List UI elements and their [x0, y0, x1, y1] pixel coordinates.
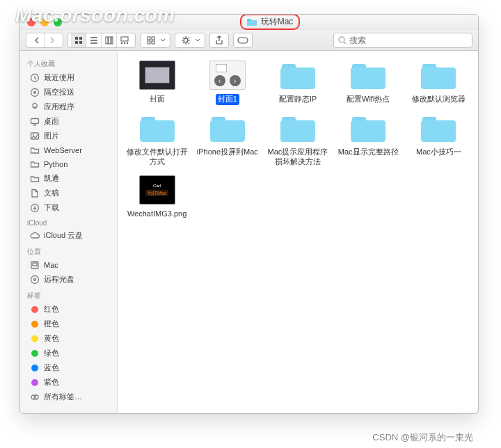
sidebar-item-label: 远程光盘	[44, 274, 74, 285]
file-item[interactable]: 封面	[123, 59, 191, 105]
chevron-down-icon	[160, 38, 166, 42]
group-icon	[147, 36, 155, 45]
tag-icon	[30, 350, 40, 357]
sidebar-item-label: 绿色	[44, 348, 59, 358]
svg-rect-8	[111, 37, 113, 44]
sidebar-item-[interactable]: 橙色	[20, 317, 117, 331]
folder-icon	[208, 112, 247, 144]
sidebar-item-[interactable]: 隔空投送	[20, 85, 117, 99]
sidebar-item-label: 橙色	[44, 319, 59, 329]
sidebar-item-[interactable]: 图片	[20, 129, 117, 143]
sidebar-item-label: iCloud 云盘	[44, 230, 83, 241]
sidebar-item-[interactable]: 应用程序	[20, 99, 117, 114]
sidebar-item-[interactable]: 下载	[20, 200, 117, 215]
svg-point-17	[184, 38, 188, 42]
sidebar-item-[interactable]: 绿色	[20, 346, 117, 360]
search-input[interactable]	[349, 35, 468, 45]
sidebar-item-[interactable]: 桌面	[20, 114, 117, 129]
sidebar-item-label: 图片	[44, 131, 59, 141]
traffic-lights	[20, 18, 62, 26]
sidebar-section-label: 标签	[20, 287, 117, 302]
file-item[interactable]: ‹›封面1	[193, 59, 261, 105]
search-field[interactable]	[333, 33, 472, 48]
sidebar-item-label: 下载	[44, 202, 59, 213]
cloud-icon	[30, 231, 40, 241]
sidebar-item-label: 隔空投送	[44, 87, 74, 97]
group-menu[interactable]	[140, 33, 170, 48]
chevron-right-icon	[49, 37, 55, 44]
tag-icon	[30, 365, 40, 371]
file-item[interactable]: Mac显示完整路径	[335, 112, 402, 168]
file-item[interactable]: 修改默认浏览器	[405, 59, 472, 105]
folder-icon	[419, 59, 458, 91]
folder-icon	[278, 59, 317, 91]
folder-icon	[30, 145, 40, 155]
file-content-area[interactable]: 封面‹›封面1配置静态IP配置Wifi热点修改默认浏览器修改文件默认打开方式iP…	[118, 51, 478, 413]
sidebar-item-label: 蓝色	[44, 362, 59, 373]
sidebar-item-[interactable]: 远程光盘	[20, 272, 117, 287]
disk-icon	[30, 260, 40, 270]
file-item[interactable]: iPhone投屏到Mac	[193, 112, 261, 168]
file-item[interactable]: 修改文件默认打开方式	[123, 112, 191, 168]
sidebar-item-webserver[interactable]: WebServer	[20, 143, 117, 157]
tags-button[interactable]	[233, 33, 253, 48]
file-label: 修改文件默认打开方式	[124, 147, 191, 168]
sidebar-item-[interactable]: 黄色	[20, 331, 117, 346]
file-item[interactable]: 配置Wifi热点	[335, 59, 402, 105]
gallery-view-button[interactable]	[117, 33, 132, 47]
back-button[interactable]	[29, 33, 45, 47]
file-item[interactable]: 配置静态IP	[264, 59, 331, 105]
svg-point-30	[34, 278, 36, 280]
title-annotation-ring: 玩转Mac	[240, 14, 301, 30]
list-view-button[interactable]	[86, 33, 102, 47]
folder-icon	[30, 174, 40, 184]
svg-rect-13	[148, 37, 150, 40]
svg-rect-23	[31, 118, 39, 123]
sidebar-item-mac[interactable]: Mac	[20, 258, 117, 272]
sidebar-item-[interactable]: 蓝色	[20, 360, 117, 375]
tag-icon	[30, 321, 40, 328]
minimize-icon[interactable]	[40, 18, 49, 26]
svg-rect-28	[33, 263, 37, 266]
sidebar-item-python[interactable]: Python	[20, 157, 117, 171]
svg-rect-2	[75, 37, 78, 40]
sidebar-item-label: 桌面	[44, 116, 59, 127]
airdrop-icon	[30, 88, 40, 97]
sidebar-item-icloud[interactable]: iCloud 云盘	[20, 228, 117, 243]
close-icon[interactable]	[27, 18, 35, 26]
sidebar-item-[interactable]: 紫色	[20, 375, 117, 390]
file-thumbnail: ‹›	[208, 59, 247, 91]
svg-rect-9	[121, 37, 128, 41]
doc-icon	[30, 189, 40, 198]
action-menu[interactable]	[175, 33, 205, 48]
sidebar-item-[interactable]: 最近使用	[20, 70, 117, 85]
icon-view-button[interactable]	[71, 33, 86, 47]
sidebar-section-label: iCloud	[20, 215, 117, 228]
file-item[interactable]: Mac提示应用程序损坏解决方法	[264, 112, 331, 168]
file-item[interactable]: Mac小技巧一	[405, 112, 472, 168]
title-wrap: 玩转Mac	[62, 14, 478, 30]
sidebar-item-[interactable]: 文稿	[20, 186, 117, 200]
clock-icon	[30, 73, 40, 83]
svg-point-32	[34, 395, 38, 399]
svg-rect-5	[79, 41, 82, 44]
fullscreen-icon[interactable]	[54, 18, 62, 26]
sidebar-item-[interactable]: 凯通	[20, 171, 117, 186]
column-view-button[interactable]	[102, 33, 117, 47]
tag-icon	[30, 335, 40, 342]
forward-button[interactable]	[45, 33, 60, 47]
sidebar-item-[interactable]: 所有标签…	[20, 390, 117, 404]
sidebar: 个人收藏最近使用隔空投送应用程序桌面图片WebServerPython凯通文稿下…	[20, 51, 118, 413]
file-item[interactable]: Carl玩转MacWechatIMG3.png	[123, 174, 191, 220]
file-label: Mac提示应用程序损坏解决方法	[264, 147, 331, 168]
svg-point-25	[33, 134, 34, 136]
search-icon	[338, 36, 347, 45]
svg-rect-4	[75, 41, 78, 44]
svg-rect-3	[79, 37, 82, 40]
sidebar-item-[interactable]: 红色	[20, 302, 117, 317]
sidebar-item-label: Python	[44, 160, 67, 168]
share-button[interactable]	[209, 33, 229, 48]
folder-icon	[349, 112, 388, 144]
folder-icon	[278, 112, 317, 144]
gallery-icon	[120, 36, 129, 45]
